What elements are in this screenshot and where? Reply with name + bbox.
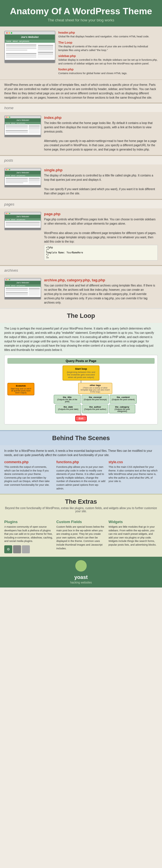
sb-line — [6, 128, 28, 129]
footer-bar — [5, 60, 55, 63]
sb-line — [29, 127, 40, 127]
connector — [81, 380, 81, 383]
the-title-label: the_title — [55, 396, 79, 399]
sidebar-line — [38, 45, 53, 46]
sb-nav: home about cat pictures — [5, 284, 41, 287]
pages-file-desc2: WordPress also allows you to create diff… — [44, 231, 158, 244]
connector — [81, 413, 81, 415]
footer-php-annotation: footer.php Contains instructions for glo… — [58, 67, 158, 75]
footer-php-title: footer.php — [58, 67, 158, 71]
sb-nav-item: cat pictures — [16, 285, 25, 286]
pages-browser-mockup: Joe's Website! home about cat pictures — [4, 212, 41, 230]
start-loop-box: Start loop (beginning between this and t… — [63, 366, 99, 380]
sb-dot — [7, 169, 8, 170]
widgets-text: Widgets are little modules that go in yo… — [109, 525, 158, 547]
extras-heading: The Extras — [3, 498, 159, 505]
sb-title: Joe's Website! — [5, 215, 41, 218]
nav-item-home: home — [6, 40, 11, 42]
annotations: header.php Global file that displays hea… — [58, 31, 158, 75]
sb-dot — [9, 117, 10, 118]
theme-diagram-section: Joe's Website! home about cat pictures — [0, 27, 162, 80]
browser-mockup: Joe's Website! home about cat pictures — [4, 31, 55, 63]
loop-annotation: The Loop The display of contents of the … — [58, 41, 158, 52]
sb-footer — [5, 135, 41, 137]
archives-browser-mockup: Joe's Website! home about cat pictures — [4, 278, 41, 300]
sb-side — [29, 178, 40, 184]
main-content — [6, 44, 36, 58]
sb-line — [6, 293, 28, 294]
sb-bar — [5, 116, 41, 118]
endwhile-label: Endwhile — [10, 384, 32, 387]
sb-dot — [7, 117, 8, 118]
the-category-desc: (Outputs the post categories) — [111, 408, 133, 412]
loop-text: The display of contents of the main area… — [58, 45, 158, 52]
sb-line — [6, 179, 28, 180]
sb-nav-item: about — [11, 122, 15, 124]
sb-nav-item: cat pictures — [16, 219, 25, 220]
custom-fields-text: Custom fields are special boxes below th… — [56, 525, 106, 550]
sb-line — [6, 180, 28, 181]
sidebar-php-text: Sidebar display is controlled in this fi… — [58, 58, 158, 65]
comments-php-name: comments.php — [4, 460, 53, 464]
sb-line — [6, 132, 28, 133]
sidebar-content — [38, 44, 54, 58]
browser-dot-green — [11, 32, 12, 34]
the-category-box: the_category (Outputs the post categorie… — [109, 404, 135, 413]
plugins-text: A massive community of open source devel… — [4, 525, 53, 543]
endwhile-desc: Start loop over or exit if all queried p… — [10, 388, 32, 394]
footer-logo: yoast — [3, 575, 159, 580]
sb-line — [6, 222, 40, 223]
sb-title: Joe's Website! — [5, 171, 41, 175]
sb-footer — [5, 228, 41, 230]
the-author-box: the_author (Outputs the post author) — [82, 404, 108, 413]
sidebar-php-title: sidebar.php — [58, 54, 158, 58]
sb-dot — [9, 169, 10, 170]
sb-nav-item: cat pictures — [16, 122, 25, 124]
extras-cols: Plugins A massive community of open sour… — [4, 520, 158, 553]
query-label: Query Posts or Page — [7, 358, 155, 364]
sb-title: Joe's Website! — [5, 281, 41, 284]
home-file-name: index.php — [44, 116, 158, 120]
sb-dot — [6, 169, 7, 170]
sb-line — [29, 180, 40, 181]
posts-file-name: single.php — [44, 168, 158, 172]
sb-line — [6, 127, 28, 127]
sb-line — [29, 288, 40, 289]
sb-nav: home about cat pictures — [5, 175, 41, 177]
other-tags-box: other tags (There are a variety of other… — [78, 383, 112, 394]
archives-file-desc: You can control the look and feel of dif… — [44, 283, 158, 305]
nav-item-about: about — [13, 40, 18, 42]
pages-section-bar: pages — [0, 200, 162, 208]
sb-line — [6, 223, 40, 224]
archives-file-section: Joe's Website! home about cat pictures — [0, 274, 162, 308]
sb-dot — [6, 117, 7, 118]
sb-nav-item: about — [11, 175, 15, 177]
widgets-col: Widgets Widgets are little modules that … — [109, 520, 158, 553]
the-category-label: the_category — [111, 406, 133, 408]
home-browser-mockup: Joe's Website! home about cat pictures — [4, 116, 41, 137]
style-css-item: style.css This is the main CSS styleshee… — [109, 460, 158, 490]
home-label: home — [4, 106, 158, 110]
sb-main — [6, 178, 28, 184]
sb-line — [29, 128, 40, 129]
style-css-name: style.css — [109, 460, 158, 464]
behind-scenes-section: Behind The Scenes — [0, 430, 162, 445]
sb-line — [6, 182, 23, 183]
page-footer: yoast hacking websites — [0, 557, 162, 588]
theme-description: WordPress themes are made up of a folder… — [0, 80, 162, 103]
pages-file-section: Joe's Website! home about cat pictures p… — [0, 208, 162, 265]
endwhile-box: Endwhile Start loop over or exit if all … — [7, 383, 34, 395]
plugins-col: Plugins A massive community of open sour… — [4, 520, 53, 553]
the-content-desc: (Outputs the post content) — [111, 399, 135, 401]
sidebar-php-annotation: sidebar.php Sidebar display is controlle… — [58, 54, 158, 65]
plugins-title: Plugins — [4, 520, 53, 524]
sb-bar — [5, 212, 41, 215]
behind-files-row: comments.php This controls the output of… — [4, 460, 158, 490]
browser-dot-red — [6, 32, 8, 34]
the-excerpt-desc: (Outputs the post excerpt) — [83, 399, 107, 401]
the-author-desc: (Outputs the post author) — [84, 408, 107, 410]
sb-body — [5, 287, 41, 297]
sb-line — [6, 125, 28, 126]
sb-nav-item: home — [6, 175, 10, 177]
pages-file-text: page.php Page.php controls what WordPres… — [44, 212, 158, 262]
